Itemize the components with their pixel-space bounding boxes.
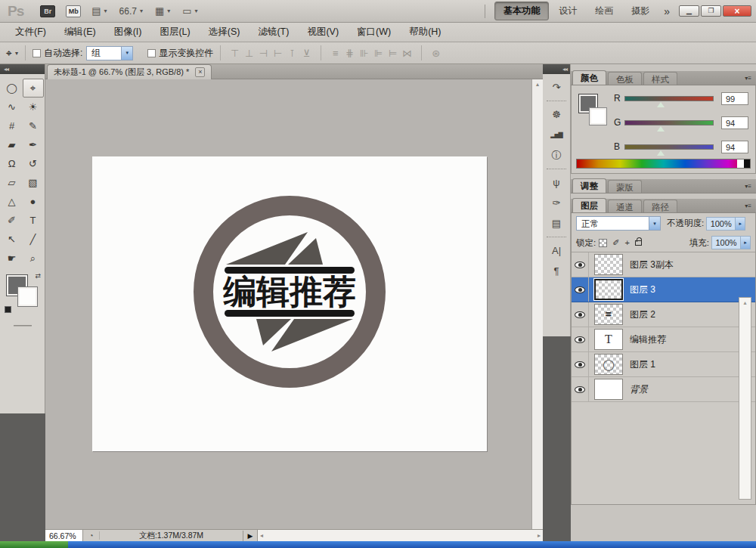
default-colors-icon[interactable]	[5, 306, 11, 313]
collapse-dock-icon[interactable]: ◂◂	[543, 64, 570, 74]
color-spectrum-ramp[interactable]	[576, 159, 751, 169]
align-bottom-icon[interactable]: ⊣	[256, 48, 271, 59]
text-layer-thumbnail[interactable]: T	[594, 329, 623, 350]
menu-select[interactable]: 选择(S)	[200, 23, 249, 42]
layer-thumbnail[interactable]: ◯	[594, 354, 623, 375]
scroll-left-icon[interactable]: ◂	[260, 532, 263, 539]
align-left-icon[interactable]: ⊢	[271, 48, 285, 59]
layer-name[interactable]: 图层 2	[630, 308, 655, 321]
distribute-center-icon[interactable]: ⊨	[386, 48, 400, 59]
green-value-field[interactable]: 94	[721, 116, 748, 129]
lock-transparency-icon[interactable]	[599, 239, 607, 247]
scroll-up-icon[interactable]: ▴	[532, 79, 543, 88]
history-brush-tool[interactable]: ↺	[23, 154, 44, 173]
clone-source-icon[interactable]: ψ	[543, 172, 570, 193]
align-center-icon[interactable]: ⊺	[285, 48, 299, 59]
visibility-cell[interactable]	[572, 377, 589, 401]
eye-icon[interactable]	[575, 361, 585, 368]
zoom-level-selector[interactable]: 66.7 ▾	[119, 6, 143, 17]
bridge-button[interactable]: Br	[40, 5, 55, 17]
vertical-scrollbar[interactable]: ▴	[531, 79, 543, 529]
eye-icon[interactable]	[575, 262, 585, 268]
move-tool[interactable]: ⌖	[23, 79, 44, 98]
crop-tool[interactable]: #	[2, 116, 23, 135]
visibility-cell[interactable]	[572, 352, 589, 376]
blue-value-field[interactable]: 94	[721, 141, 748, 153]
type-tool[interactable]: T	[23, 211, 44, 230]
line-tool[interactable]: ╱	[23, 230, 44, 249]
layer-thumbnail[interactable]: 〓	[594, 304, 623, 325]
tab-styles[interactable]: 样式	[643, 72, 677, 85]
layout-selector[interactable]: ▤ ▾	[91, 5, 107, 17]
workspace-essentials[interactable]: 基本功能	[494, 2, 549, 20]
close-button[interactable]: ×	[723, 5, 751, 17]
document-tab[interactable]: 未标题-1 @ 66.7% (图层 3, RGB/8) * ×	[47, 64, 212, 79]
eyedropper-tool[interactable]: ✎	[23, 116, 44, 135]
eraser-tool[interactable]: ▱	[2, 173, 23, 192]
histogram-icon[interactable]: ▂▅▇	[543, 125, 570, 145]
gradient-tool[interactable]: ▧	[23, 173, 44, 192]
layer-name[interactable]: 背景	[630, 383, 648, 396]
opacity-field[interactable]: 100% ▸	[706, 217, 745, 231]
tab-masks[interactable]: 蒙版	[608, 180, 642, 193]
menu-layer[interactable]: 图层(L)	[150, 23, 199, 42]
eye-icon[interactable]	[575, 286, 585, 293]
tab-paths[interactable]: 路径	[643, 200, 677, 212]
fill-field[interactable]: 100% ▸	[711, 236, 751, 249]
layer-name[interactable]: 图层 3	[630, 283, 655, 296]
layers-scrollbar[interactable]: ▴	[739, 297, 751, 500]
layer-name[interactable]: 图层 1	[630, 358, 655, 371]
lock-position-icon[interactable]: +	[624, 238, 629, 247]
blur-tool[interactable]: △	[2, 192, 23, 211]
swap-colors-icon[interactable]: ⇄	[35, 272, 41, 280]
green-slider-thumb[interactable]	[657, 126, 665, 132]
workspace-photography[interactable]: 摄影	[623, 2, 658, 20]
show-transform-checkbox[interactable]	[147, 49, 156, 57]
black-ramp-end[interactable]	[744, 159, 750, 168]
paragraph-panel-icon[interactable]: ¶	[543, 261, 570, 281]
layer-thumbnail[interactable]	[594, 279, 623, 300]
layer-name[interactable]: 编辑推荐	[630, 333, 666, 346]
restore-button[interactable]: ❐	[701, 5, 721, 17]
red-slider[interactable]	[624, 96, 714, 101]
menu-file[interactable]: 文件(F)	[6, 23, 55, 42]
horizontal-scrollbar[interactable]: ◂ ▸	[257, 530, 543, 541]
lock-all-icon[interactable]	[635, 240, 642, 246]
mini-bridge-button[interactable]: Mb	[66, 5, 81, 17]
tab-channels[interactable]: 通道	[608, 200, 642, 212]
hand-tool[interactable]: ☛	[2, 249, 23, 268]
distribute-right-icon[interactable]: ⋈	[400, 48, 414, 59]
healing-brush-tool[interactable]: ▰	[2, 135, 23, 154]
layer-row-background[interactable]: 背景	[572, 377, 755, 402]
arrange-documents-selector[interactable]: ▦ ▾	[155, 5, 170, 17]
blue-slider-thumb[interactable]	[657, 150, 665, 156]
layer-row[interactable]: 〓 图层 2	[572, 302, 755, 327]
brush-presets-icon[interactable]: ✑	[543, 193, 570, 213]
magic-wand-tool[interactable]: ☀	[23, 98, 44, 116]
visibility-cell[interactable]	[572, 302, 589, 327]
menu-filter[interactable]: 滤镜(T)	[249, 23, 298, 42]
eye-icon[interactable]	[575, 311, 585, 318]
panel-menu-icon[interactable]: ▾≡	[740, 75, 756, 85]
layer-row[interactable]: ◯ 图层 1	[572, 352, 755, 377]
layer-row-text[interactable]: T 编辑推荐	[572, 327, 755, 352]
path-selection-tool[interactable]: ↖	[2, 230, 23, 249]
layer-name[interactable]: 图层 3副本	[630, 259, 674, 271]
elliptical-marquee-tool[interactable]: ◯	[2, 79, 23, 98]
menu-window[interactable]: 窗口(W)	[348, 23, 400, 42]
character-panel-icon[interactable]: A|	[543, 240, 570, 261]
clone-stamp-tool[interactable]: Ω	[2, 154, 23, 173]
align-middle-icon[interactable]: ⊥	[242, 48, 256, 59]
background-color-swatch[interactable]	[18, 287, 37, 306]
layer-thumbnail[interactable]	[594, 379, 623, 400]
workspace-overflow-button[interactable]: »	[664, 5, 670, 17]
tab-adjustments[interactable]: 调整	[572, 178, 606, 193]
visibility-cell[interactable]	[572, 327, 589, 351]
lasso-tool[interactable]: ∿	[2, 98, 23, 116]
workspace-painting[interactable]: 绘画	[587, 2, 621, 20]
minimize-button[interactable]: ▁	[679, 5, 699, 17]
auto-select-checkbox[interactable]	[33, 49, 41, 57]
menu-image[interactable]: 图像(I)	[105, 23, 151, 42]
menu-help[interactable]: 帮助(H)	[400, 23, 450, 42]
tab-swatches[interactable]: 色板	[608, 72, 642, 85]
